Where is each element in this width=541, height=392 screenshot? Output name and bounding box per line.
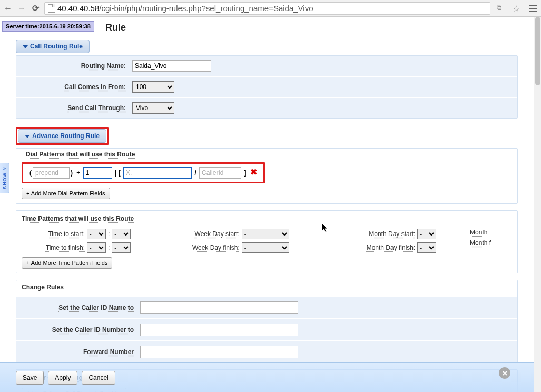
url-text: 40.40.40.58/cgi-bin/php/routing-rules.ph… — [57, 4, 313, 13]
back-button[interactable]: ← — [3, 4, 13, 13]
page-icon — [48, 4, 55, 13]
forward-button[interactable]: → — [17, 4, 26, 13]
url-bar[interactable]: 40.40.40.58/cgi-bin/php/routing-rules.ph… — [44, 2, 490, 15]
browser-toolbar: ← → ⟳ 40.40.40.58/cgi-bin/php/routing-ru… — [0, 0, 541, 17]
reload-button[interactable]: ⟳ — [31, 4, 40, 13]
bookmark-star-icon[interactable] — [513, 4, 522, 13]
chrome-menu-icon[interactable] — [528, 4, 538, 13]
translate-icon[interactable]: ⧉ — [497, 4, 506, 13]
